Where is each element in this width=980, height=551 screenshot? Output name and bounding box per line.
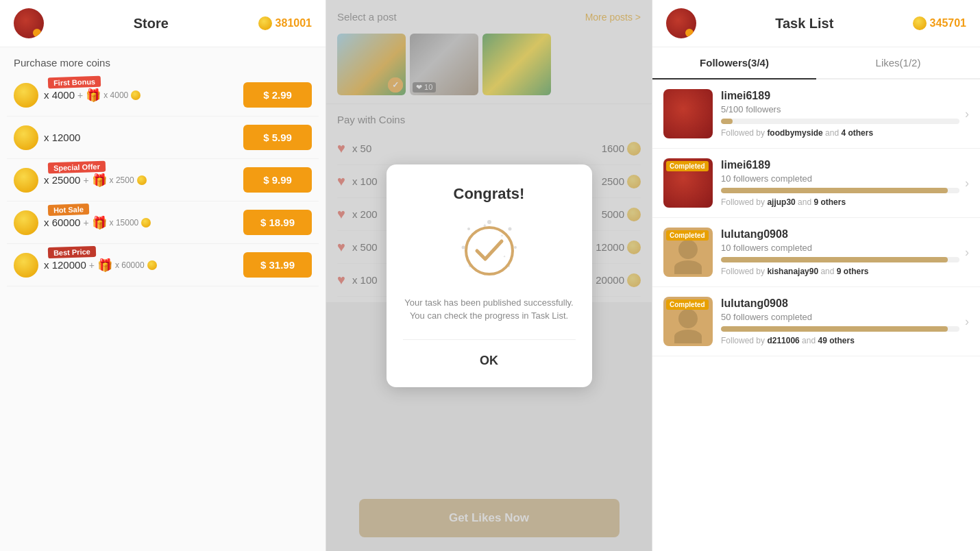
task-username: limei6189 [721,159,959,171]
modal-message: Your task has been published successfull… [403,296,576,323]
coin-icon [258,16,272,30]
bonus-amount: x 60000 [115,260,145,270]
completed-badge: Completed [666,161,709,171]
store-item: x 25000 + 🎁 x 2500 Special Offer $ 9.99 [7,159,319,201]
svg-point-2 [514,246,517,249]
task-avatar: Completed [663,297,713,346]
chevron-right-icon: › [965,107,969,121]
purchase-label: Purchase more coins [0,47,326,74]
bonus-amount: x 15000 [110,218,139,228]
avatar [666,8,696,38]
store-item: x 120000 + 🎁 x 60000 Best Price $ 31.99 [7,244,319,286]
small-coin-icon [137,175,147,185]
item-amount: x 60000 + 🎁 x 15000 [44,215,243,230]
progress-bar-fill [721,257,948,262]
price-button[interactable]: $ 5.99 [243,125,312,150]
chevron-right-icon: › [965,245,969,260]
modal-divider [403,339,576,340]
task-username: limei6189 [721,90,959,102]
task-item[interactable]: limei6189 5/100 followers Followed by fo… [652,79,980,149]
badge-hot-sale: Hot Sale [48,204,90,216]
gift-icon: 🎁 [92,173,107,188]
plus-text: + [83,175,88,186]
small-coin-icon [141,218,151,228]
coin-icon [14,253,38,278]
task-username: lulutang0908 [721,297,959,310]
progress-bar-fill [721,188,948,193]
svg-point-5 [461,245,465,249]
amount-value: x 120000 [44,259,86,271]
task-avatar: Completed [663,228,713,277]
middle-panel: Select a post More posts > ✓ ❤ 10 Pay wi… [326,0,652,551]
task-info: lulutang0908 10 followers completed Foll… [721,228,959,276]
price-button[interactable]: $ 18.99 [243,210,312,235]
task-avatar [663,89,713,138]
task-followers-text: Followed by d211006 and 49 others [721,336,959,345]
progress-bar-bg [721,188,959,193]
coin-icon [14,210,38,235]
task-info: limei6189 5/100 followers Followed by fo… [721,90,959,138]
svg-point-1 [508,227,511,230]
gift-icon: 🎁 [86,88,101,103]
chevron-right-icon: › [965,176,969,191]
chevron-right-icon: › [965,315,969,329]
task-item[interactable]: Completed lulutang0908 10 followers comp… [652,218,980,287]
task-followers-text: Followed by kishanajay90 and 9 others [721,267,959,276]
balance-amount: 381001 [275,17,312,29]
gift-icon: 🎁 [97,258,112,273]
congrats-modal: Congrats! ✦ ✦ ✦ [387,164,592,387]
svg-text:✦: ✦ [503,254,506,258]
task-info: lulutang0908 50 followers completed Foll… [721,297,959,345]
person-body [674,330,702,343]
coin-icon [14,83,38,108]
item-amount: x 12000 [44,132,243,143]
svg-text:✦: ✦ [500,234,504,238]
plus-text: + [77,90,83,101]
bonus-amount: x 2500 [110,175,134,185]
item-amount: x 120000 + 🎁 x 60000 [44,258,243,273]
coin-icon [14,125,38,150]
task-header: Task List 345701 [652,0,980,47]
person-head [678,309,698,328]
task-followers-text: Followed by foodbymyside and 4 others [721,128,959,138]
modal-ok-button[interactable]: OK [466,351,512,371]
price-button[interactable]: $ 9.99 [243,167,312,193]
amount-value: x 60000 [44,217,80,228]
tab-likes[interactable]: Likes(1/2) [816,47,980,79]
price-button[interactable]: $ 2.99 [243,82,312,108]
task-tabs: Followers(3/4) Likes(1/2) [652,47,980,79]
store-header: Store 381001 [0,0,326,47]
avatar [14,8,44,38]
badge-best-price: Best Price [48,246,96,258]
tab-followers[interactable]: Followers(3/4) [652,47,816,79]
progress-bar-fill [721,326,948,332]
task-avatar: Completed [663,158,713,208]
task-info: limei6189 10 followers completed Followe… [721,159,959,207]
coin-icon [14,168,38,193]
task-list: limei6189 5/100 followers Followed by fo… [652,79,980,551]
person-head [678,240,698,259]
task-item[interactable]: Completed limei6189 10 followers complet… [652,149,980,218]
task-title: Task List [696,16,913,32]
task-followers-text: Followed by ajjup30 and 9 others [721,197,959,207]
coin-icon [913,16,927,30]
badge-special-offer: Special Offer [48,161,106,174]
progress-bar-fill [721,119,733,124]
task-balance-amount: 345701 [930,17,966,29]
store-item: x 60000 + 🎁 x 15000 Hot Sale $ 18.99 [7,201,319,244]
task-progress-label: 10 followers completed [721,243,959,253]
task-item[interactable]: Completed lulutang0908 50 followers comp… [652,287,980,356]
small-coin-icon [147,260,157,270]
store-title: Store [44,16,258,32]
person-body [674,260,702,274]
amount-value: x 25000 [44,174,80,186]
svg-point-10 [466,228,513,274]
price-button[interactable]: $ 31.99 [243,252,312,278]
store-panel: Store 381001 Purchase more coins x 4000 … [0,0,326,551]
item-amount: x 4000 + 🎁 x 4000 [44,88,243,103]
progress-bar-bg [721,257,959,262]
task-list-panel: Task List 345701 Followers(3/4) Likes(1/… [652,0,980,551]
progress-bar-bg [721,119,959,124]
task-username: lulutang0908 [721,228,959,241]
badge-first-bonus: First Bonus [48,76,101,89]
